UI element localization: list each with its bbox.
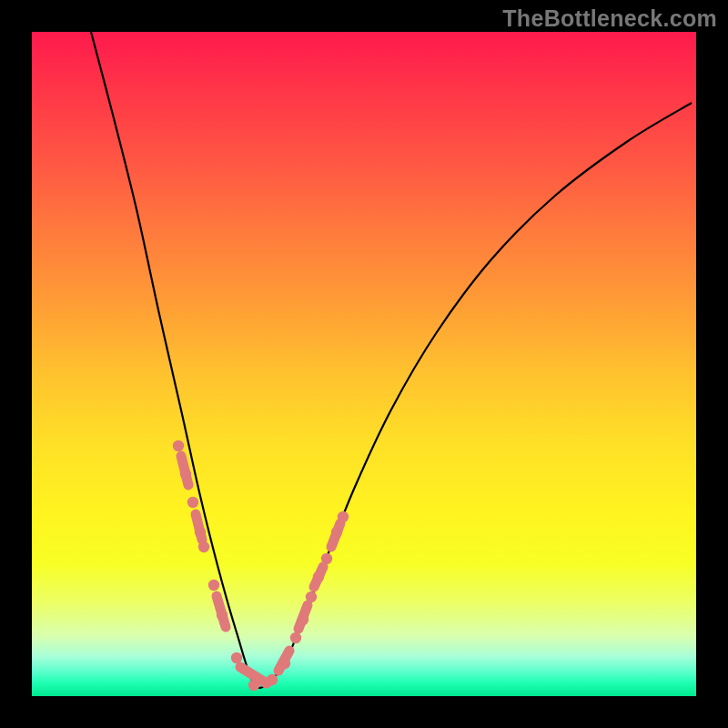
marker-dot — [231, 652, 242, 663]
marker-dot — [208, 580, 219, 591]
marker-dot — [267, 674, 278, 685]
marker-dot — [290, 632, 301, 643]
marker-dot — [187, 497, 198, 508]
marker-dot — [198, 541, 209, 552]
marker-dot — [321, 553, 332, 564]
marker-dot — [173, 440, 184, 451]
marker-dot — [298, 614, 308, 625]
marker-segments — [181, 456, 340, 683]
watermark-text: TheBottleneck.com — [502, 5, 717, 32]
chart-frame: TheBottleneck.com — [0, 0, 728, 728]
marker-dot — [338, 511, 349, 522]
marker-dot — [180, 469, 191, 480]
marker-dot — [217, 610, 228, 621]
marker-dot — [195, 527, 206, 538]
marker-dot — [306, 592, 317, 602]
plot-area — [32, 32, 696, 696]
marker-dot — [313, 571, 324, 582]
marker-dot — [248, 680, 259, 691]
marker-dot — [279, 658, 290, 669]
curve-layer — [32, 32, 696, 696]
bottleneck-curve — [91, 32, 692, 688]
marker-dot — [331, 527, 342, 538]
